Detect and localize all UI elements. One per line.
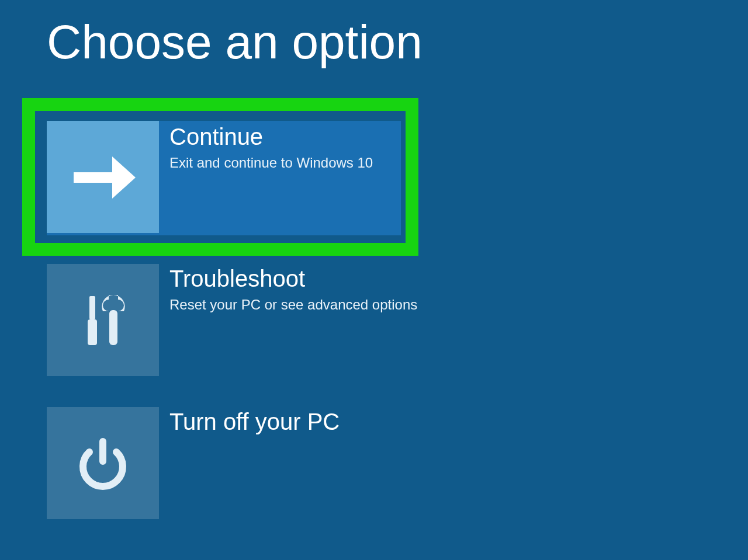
option-troubleshoot[interactable]: Troubleshoot Reset your PC or see advanc… bbox=[47, 264, 417, 376]
option-troubleshoot-title: Troubleshoot bbox=[169, 265, 417, 292]
svg-rect-4 bbox=[109, 310, 117, 345]
option-continue[interactable]: Continue Exit and continue to Windows 10 bbox=[47, 121, 401, 235]
option-troubleshoot-desc: Reset your PC or see advanced options bbox=[169, 295, 417, 314]
svg-rect-2 bbox=[89, 296, 95, 319]
tools-icon bbox=[47, 264, 159, 376]
arrow-right-icon bbox=[47, 121, 159, 233]
option-text: Troubleshoot Reset your PC or see advanc… bbox=[159, 264, 417, 314]
option-continue-desc: Exit and continue to Windows 10 bbox=[169, 154, 373, 172]
power-icon bbox=[47, 407, 159, 519]
option-turnoff-title: Turn off your PC bbox=[169, 408, 340, 435]
page-title: Choose an option bbox=[47, 15, 423, 69]
option-continue-title: Continue bbox=[169, 123, 373, 150]
svg-rect-0 bbox=[74, 172, 118, 183]
svg-marker-1 bbox=[112, 156, 136, 199]
svg-rect-3 bbox=[88, 319, 97, 345]
option-turnoff[interactable]: Turn off your PC bbox=[47, 407, 340, 519]
option-text: Turn off your PC bbox=[159, 407, 340, 435]
option-text: Continue Exit and continue to Windows 10 bbox=[159, 121, 373, 172]
